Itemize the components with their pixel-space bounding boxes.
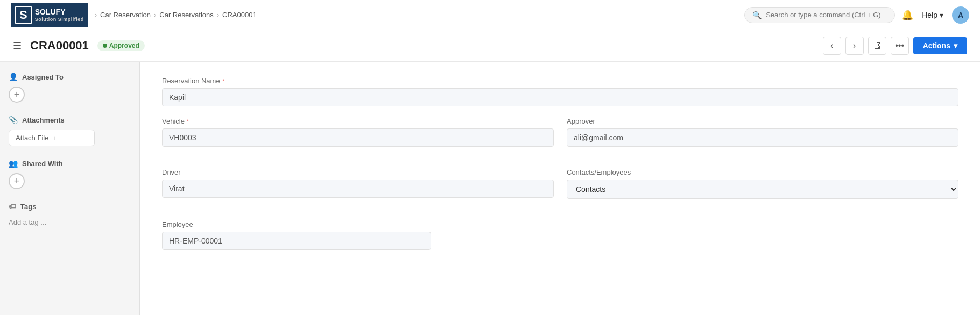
app-logo[interactable]: S SOLUFY Solution Simplified (11, 3, 88, 27)
assigned-to-label: Assigned To (22, 73, 64, 81)
print-button[interactable]: 🖨 (868, 37, 886, 55)
breadcrumb-car-reservations[interactable]: Car Reservations (159, 11, 213, 19)
search-bar: 🔍 (744, 7, 895, 23)
vehicle-label: Vehicle (162, 117, 185, 125)
employee-label: Employee (162, 220, 193, 228)
approver-input[interactable] (567, 128, 958, 147)
contacts-employees-group: Contacts/Employees Contacts Employees (567, 168, 958, 199)
document-title: CRA00001 (30, 39, 89, 53)
actions-chevron-icon: ▾ (954, 41, 957, 50)
sidebar: 👤 Assigned To + 📎 Attachments Attach Fil… (0, 62, 140, 315)
top-navigation: S SOLUFY Solution Simplified › Car Reser… (0, 0, 980, 30)
toolbar-actions: ‹ › 🖨 ••• Actions ▾ (823, 37, 967, 55)
reservation-name-input[interactable] (162, 88, 958, 106)
actions-button[interactable]: Actions ▾ (913, 37, 967, 54)
add-tag-link[interactable]: Add a tag ... (9, 216, 131, 228)
employee-input[interactable] (162, 232, 431, 250)
search-input[interactable] (766, 11, 887, 19)
logo-tagline: Solution Simplified (35, 17, 84, 23)
sidebar-shared-with-section: 👥 Shared With + (9, 159, 131, 189)
notifications-icon[interactable]: 🔔 (901, 9, 913, 21)
search-icon: 🔍 (752, 11, 762, 19)
driver-group: Driver (162, 168, 554, 199)
status-dot-icon (103, 44, 107, 48)
paperclip-icon: 📎 (9, 116, 18, 124)
driver-label: Driver (162, 168, 181, 176)
shared-with-label: Shared With (22, 160, 63, 168)
reservation-name-label: Reservation Name (162, 77, 220, 85)
tag-icon: 🏷 (9, 202, 16, 211)
next-button[interactable]: › (845, 37, 864, 55)
approver-group: Approver (567, 117, 958, 147)
vehicle-required: * (187, 118, 189, 125)
breadcrumb-current: CRA00001 (222, 11, 257, 19)
sidebar-tags-section: 🏷 Tags Add a tag ... (9, 202, 131, 228)
help-chevron-icon: ▾ (940, 11, 943, 19)
status-label: Approved (109, 42, 139, 49)
page-content: 👤 Assigned To + 📎 Attachments Attach Fil… (0, 62, 980, 315)
logo-name: SOLUFY (35, 8, 84, 17)
main-toolbar: ☰ CRA00001 Approved ‹ › 🖨 ••• Actions ▾ (0, 30, 980, 62)
contacts-employees-label: Contacts/Employees (567, 168, 631, 176)
help-button[interactable]: Help ▾ (922, 11, 943, 19)
sidebar-attachments-section: 📎 Attachments Attach File + (9, 116, 131, 146)
approver-label: Approver (567, 117, 595, 125)
avatar[interactable]: A (952, 6, 969, 24)
users-icon: 👥 (9, 159, 18, 168)
logo-letter: S (15, 6, 32, 24)
reservation-name-required: * (222, 78, 224, 84)
user-icon: 👤 (9, 73, 18, 81)
more-options-button[interactable]: ••• (891, 37, 909, 55)
attach-file-button[interactable]: Attach File + (9, 130, 95, 146)
prev-button[interactable]: ‹ (823, 37, 841, 55)
actions-label: Actions (923, 41, 950, 50)
tags-label: Tags (20, 203, 36, 211)
main-form: Reservation Name * Vehicle * Approver (140, 62, 980, 315)
attachments-label: Attachments (22, 116, 65, 124)
reservation-name-group: Reservation Name * (162, 77, 958, 106)
driver-input[interactable] (162, 180, 554, 198)
breadcrumb-car-reservation[interactable]: Car Reservation (100, 11, 151, 19)
employee-group: Employee (162, 220, 958, 250)
contacts-employees-select[interactable]: Contacts Employees (567, 180, 958, 199)
hamburger-icon[interactable]: ☰ (13, 40, 22, 52)
help-label: Help (922, 11, 937, 19)
vehicle-group: Vehicle * (162, 117, 554, 147)
status-badge: Approved (97, 40, 145, 51)
sidebar-assigned-to-section: 👤 Assigned To + (9, 73, 131, 103)
attach-plus-icon: + (53, 134, 57, 142)
nav-icons: 🔔 Help ▾ A (901, 6, 969, 24)
add-shared-button[interactable]: + (9, 173, 25, 189)
driver-contacts-row: Driver Contacts/Employees Contacts Emplo… (162, 168, 958, 210)
add-assignee-button[interactable]: + (9, 87, 25, 103)
vehicle-input[interactable] (162, 128, 554, 147)
vehicle-approver-row: Vehicle * Approver (162, 117, 958, 158)
breadcrumb: › Car Reservation › Car Reservations › C… (95, 11, 257, 19)
attach-file-label: Attach File (16, 134, 48, 142)
